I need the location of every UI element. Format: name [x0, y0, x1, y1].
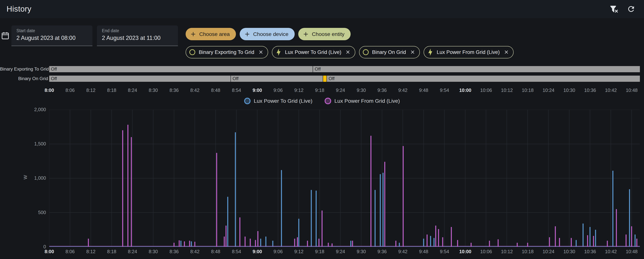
timeline-row-binary-exporting-to-grid: Binary Exporting To GridOffOff — [0, 66, 644, 72]
timeline-segment-state: Off — [313, 66, 640, 72]
close-icon[interactable] — [410, 49, 416, 55]
time-tick: 10:42 — [600, 88, 622, 93]
time-tick: 9:42 — [392, 88, 414, 93]
legend-item-lux-power-from-grid-live[interactable]: Lux Power From Grid (Live) — [324, 98, 400, 104]
time-tick: 9:36 — [371, 249, 394, 254]
entity-chip-lux-power-from-grid-live[interactable]: Lux Power From Grid (Live) — [424, 46, 514, 58]
time-tick: 8:48 — [204, 88, 227, 93]
time-tick: 8:12 — [79, 249, 102, 254]
time-tick: 9:12 — [288, 249, 310, 254]
time-tick: 10:24 — [537, 88, 560, 93]
time-tick: 8:30 — [142, 88, 165, 93]
start-date-value: 2 August 2023 at 08:00 — [16, 34, 88, 41]
entity-chip-lux-power-to-grid-live[interactable]: Lux Power To Grid (Live) — [272, 46, 355, 58]
timeline-segment-state: Off — [327, 76, 640, 82]
time-tick: 10:30 — [558, 249, 581, 254]
time-tick: 10:00 — [454, 88, 477, 93]
circle-outline-icon — [188, 48, 196, 56]
entity-chip-label: Binary Exporting To Grid — [199, 49, 254, 55]
timeline-segment-off[interactable]: Off — [49, 76, 230, 82]
y-axis-tick: 0 — [25, 244, 46, 250]
timeline-segment-off[interactable]: Off — [326, 76, 640, 82]
legend-marker — [324, 98, 331, 104]
time-tick: 8:36 — [162, 249, 186, 254]
time-tick: 10:18 — [516, 249, 539, 254]
chart-time-axis: 8:008:068:128:188:248:308:368:428:488:54… — [0, 249, 644, 255]
legend-label: Lux Power To Grid (Live) — [254, 98, 312, 104]
time-tick: 8:42 — [183, 88, 206, 93]
time-tick: 9:18 — [308, 88, 331, 93]
time-tick: 9:48 — [412, 88, 435, 93]
calendar-icon — [1, 31, 10, 40]
start-date-label: Start date — [16, 28, 88, 33]
y-axis-tick: 1,500 — [25, 141, 46, 146]
legend-label: Lux Power From Grid (Live) — [334, 98, 400, 104]
time-tick: 10:00 — [454, 249, 477, 254]
time-tick: 10:36 — [578, 249, 602, 254]
start-date-picker[interactable]: Start date 2 August 2023 at 08:00 — [12, 26, 92, 46]
choose-area-button[interactable]: Choose area — [186, 28, 236, 40]
time-tick: 9:54 — [433, 88, 456, 93]
remove-filters-button[interactable] — [608, 3, 620, 15]
time-tick: 9:12 — [288, 88, 310, 93]
time-tick: 9:00 — [246, 249, 269, 254]
time-tick: 8:54 — [225, 88, 248, 93]
time-tick: 10:48 — [620, 88, 643, 93]
time-tick: 8:06 — [58, 88, 82, 93]
legend-item-lux-power-to-grid-live[interactable]: Lux Power To Grid (Live) — [244, 98, 312, 104]
timeline-track: OffOffOff — [49, 76, 640, 82]
time-tick: 10:06 — [475, 88, 498, 93]
time-tick: 8:18 — [100, 249, 123, 254]
time-tick: 8:18 — [100, 88, 123, 93]
circle-outline-icon — [362, 48, 370, 56]
time-tick: 9:00 — [246, 88, 269, 93]
time-tick: 10:18 — [516, 88, 539, 93]
entity-chip-label: Lux Power From Grid (Live) — [437, 49, 500, 55]
entity-chip-binary-on-grid[interactable]: Binary On Grid — [359, 46, 420, 58]
close-icon[interactable] — [258, 49, 264, 55]
close-icon[interactable] — [504, 49, 509, 55]
entity-chip-label: Lux Power To Grid (Live) — [285, 49, 341, 55]
plus-icon — [190, 31, 196, 37]
time-tick: 9:06 — [266, 88, 290, 93]
time-tick: 10:36 — [578, 88, 602, 93]
flash-icon — [426, 48, 434, 56]
timeline-segment-off[interactable]: Off — [313, 66, 640, 72]
timeline-row-label: Binary On Grid — [0, 76, 48, 82]
app-header: History — [0, 0, 644, 18]
timeline-segment-state: Off — [49, 66, 313, 72]
close-icon[interactable] — [345, 49, 351, 55]
timeline-segment-off[interactable]: Off — [49, 66, 313, 72]
y-axis-tick: 500 — [25, 210, 46, 215]
history-page: History Start date 2 August 2023 at 08:0… — [0, 0, 644, 259]
time-tick: 8:06 — [58, 249, 82, 254]
choose-entity-button[interactable]: Choose entity — [298, 28, 351, 40]
filter-buttons-row: Choose areaChoose deviceChoose entity — [186, 28, 351, 40]
time-tick: 8:36 — [162, 88, 186, 93]
time-tick: 10:06 — [475, 249, 498, 254]
timeline-segment-on[interactable] — [323, 76, 326, 82]
entity-chips-row: Binary Exporting To GridLux Power To Gri… — [186, 46, 514, 58]
time-tick: 9:24 — [329, 88, 352, 93]
timeline-row-binary-on-grid: Binary On GridOffOffOff — [0, 76, 644, 82]
time-tick: 8:24 — [121, 249, 144, 254]
time-tick: 8:12 — [79, 88, 102, 93]
time-tick: 8:00 — [38, 88, 61, 93]
plus-icon — [244, 31, 250, 37]
refresh-button[interactable] — [625, 3, 638, 15]
time-tick: 10:42 — [600, 249, 622, 254]
time-tick: 9:42 — [392, 249, 414, 254]
time-tick: 10:12 — [496, 88, 518, 93]
filter-button-label: Choose entity — [312, 31, 344, 37]
end-date-picker[interactable]: End date 2 August 2023 at 11:00 — [97, 26, 178, 46]
choose-device-button[interactable]: Choose device — [240, 28, 295, 40]
time-tick: 8:54 — [225, 249, 248, 254]
entity-chip-binary-exporting-to-grid[interactable]: Binary Exporting To Grid — [186, 46, 268, 58]
power-history-chart[interactable] — [49, 110, 640, 247]
timeline-segment-state: Off — [231, 76, 323, 82]
timeline-segment-off[interactable]: Off — [230, 76, 323, 82]
timeline-time-axis: 8:008:068:128:188:248:308:368:428:488:54… — [0, 88, 644, 94]
timeline-segment-state: Off — [49, 76, 230, 82]
time-tick: 10:30 — [558, 88, 581, 93]
legend-marker — [244, 98, 250, 104]
